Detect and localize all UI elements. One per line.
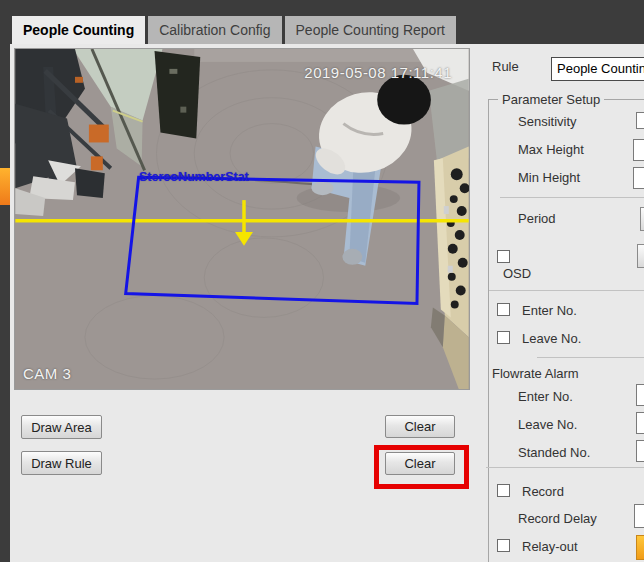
flow-leave-no-input[interactable]: [636, 412, 644, 434]
divider: [486, 467, 644, 468]
osd-enter-no-label: Enter No.: [522, 303, 577, 318]
relay-out-checkbox[interactable]: [497, 539, 510, 552]
flow-leave-no-label: Leave No.: [518, 417, 577, 432]
standed-no-input[interactable]: [636, 440, 644, 462]
camera-preview[interactable]: 2019-05-08 17:11:41 CAM 3 StereoNumberSt…: [14, 48, 470, 390]
osd-setting-button[interactable]: [637, 244, 644, 268]
clear-area-button[interactable]: Clear: [385, 415, 455, 438]
tab-bar: People Counting Calibration Config Peopl…: [12, 16, 456, 44]
period-label: Period: [518, 211, 556, 226]
flowrate-alarm-title: Flowrate Alarm: [492, 366, 579, 381]
sensitivity-label: Sensitivity: [518, 114, 577, 129]
people-counting-config-page: { "tabs": [ {"label": "People Counting",…: [0, 0, 644, 562]
clear-rule-button[interactable]: Clear: [385, 452, 455, 475]
standed-no-label: Standed No.: [518, 445, 590, 460]
osd-enter-no-checkbox[interactable]: [497, 303, 510, 316]
flow-enter-no-input[interactable]: [636, 384, 644, 406]
record-checkbox[interactable]: [497, 484, 510, 497]
rule-select[interactable]: People Counting: [551, 57, 644, 81]
min-height-label: Min Height: [518, 170, 580, 185]
record-delay-label: Record Delay: [518, 511, 597, 526]
draw-area-button[interactable]: Draw Area: [21, 415, 102, 439]
video-timestamp: 2019-05-08 17:11:41: [304, 64, 452, 81]
relay-out-label: Relay-out: [522, 539, 578, 554]
relay-out-channel-button[interactable]: [636, 535, 644, 560]
osd-checkbox[interactable]: [497, 250, 510, 263]
period-setting-button[interactable]: [640, 207, 644, 231]
tab-calibration-config[interactable]: Calibration Config: [148, 16, 281, 44]
divider: [489, 290, 644, 291]
flow-enter-no-label: Enter No.: [518, 389, 573, 404]
left-edge-accent: [0, 168, 10, 205]
tab-people-counting[interactable]: People Counting: [12, 16, 145, 44]
parameter-setup-title: Parameter Setup: [498, 92, 604, 107]
osd-label: OSD: [503, 266, 531, 281]
divider: [500, 197, 644, 198]
osd-leave-no-checkbox[interactable]: [497, 331, 510, 344]
record-label: Record: [522, 484, 564, 499]
camera-scene: [15, 49, 469, 389]
rule-line-overlay[interactable]: [15, 219, 468, 222]
divider: [537, 357, 644, 358]
camera-name-label: CAM 3: [23, 365, 71, 382]
far-floor: [194, 49, 423, 62]
region-name-label: StereoNumberStat: [139, 170, 249, 184]
max-height-input[interactable]: [633, 139, 644, 161]
draw-rule-button[interactable]: Draw Rule: [21, 451, 102, 475]
osd-leave-no-label: Leave No.: [522, 331, 581, 346]
rule-label: Rule: [492, 59, 519, 74]
dark-cabinet: [155, 51, 201, 138]
record-delay-input[interactable]: [634, 504, 644, 528]
sensitivity-input[interactable]: [636, 112, 644, 129]
min-height-input[interactable]: [633, 167, 644, 189]
max-height-label: Max Height: [518, 142, 584, 157]
tab-people-counting-report[interactable]: People Counting Report: [285, 16, 456, 44]
